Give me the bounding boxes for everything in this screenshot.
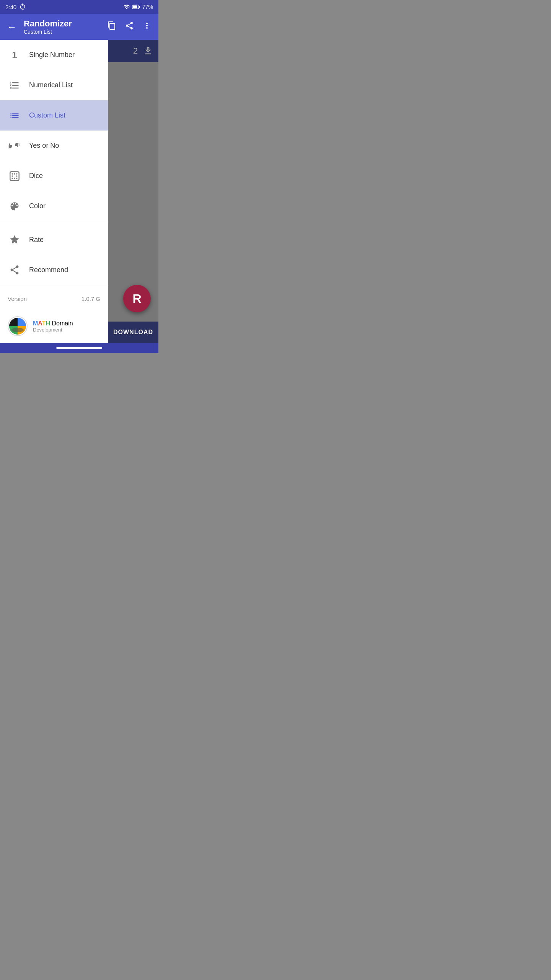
svg-point-8 [16,175,18,177]
domain-text: Domain [50,320,73,327]
content-top-bar: 2 [108,40,158,62]
randomizer-fab[interactable]: R [123,285,151,312]
content-area: 2 R DOWNLOAD [108,40,158,343]
nav-pill [56,347,102,349]
custom-list-icon [8,109,21,122]
dice-label: Dice [29,172,43,180]
letter-h: H [46,320,50,327]
drawer-footer: MATH Domain Development [0,309,108,343]
battery-icon [132,4,140,10]
sync-icon [19,3,26,11]
sidebar-item-dice[interactable]: Dice [0,161,108,191]
footer-text: MATH Domain Development [33,320,73,333]
drawer-divider-1 [0,223,108,223]
back-button[interactable]: ← [4,18,20,36]
signal-icon [123,3,130,10]
sidebar-item-rate[interactable]: Rate [0,225,108,255]
svg-point-7 [11,175,13,177]
sidebar-item-yes-or-no[interactable]: Yes or No [0,131,108,161]
main-container: 1 Single Number Numerical List Custom Li… [0,40,158,343]
more-options-button[interactable] [139,18,155,36]
svg-point-10 [14,178,15,179]
footer-subtitle: Development [33,327,73,333]
app-bar-titles: Randomizer Custom List [24,19,100,35]
app-subtitle: Custom List [24,29,100,35]
numerical-list-icon [8,78,21,92]
numerical-list-label: Numerical List [29,81,73,89]
sidebar-item-single-number[interactable]: 1 Single Number [0,40,108,70]
yes-or-no-label: Yes or No [29,142,59,150]
battery-percent: 77% [142,4,153,10]
rate-label: Rate [29,236,44,244]
color-icon [8,199,21,213]
svg-rect-1 [133,5,137,8]
app-bar-actions [104,18,155,36]
version-label: Version [8,296,27,302]
svg-rect-3 [10,172,19,180]
download-bar: DOWNLOAD [108,322,158,343]
yes-no-icon [8,139,21,153]
status-bar: 2:40 77% [0,0,158,14]
recommend-label: Recommend [29,266,68,274]
svg-point-11 [16,178,18,179]
navigation-drawer: 1 Single Number Numerical List Custom Li… [0,40,108,343]
status-right: 77% [123,3,153,10]
footer-company-name: MATH Domain [33,320,73,327]
single-number-label: Single Number [29,51,75,59]
svg-point-9 [11,178,13,179]
svg-point-4 [11,173,13,175]
recommend-icon [8,263,21,277]
time-display: 2:40 [5,4,16,10]
custom-list-label: Custom List [29,111,65,119]
letter-a: A [38,320,42,327]
footer-logo [8,316,28,336]
nav-indicator [0,343,158,353]
rate-icon [8,233,21,247]
sidebar-item-numerical-list[interactable]: Numerical List [0,70,108,100]
copy-button[interactable] [104,18,119,36]
download-top-icon [143,46,153,56]
svg-point-13 [11,328,24,332]
sidebar-item-color[interactable]: Color [0,191,108,221]
single-number-icon: 1 [8,48,21,62]
sidebar-item-custom-list[interactable]: Custom List [0,100,108,131]
svg-rect-2 [139,6,140,8]
content-number: 2 [133,46,138,56]
svg-point-6 [16,173,18,175]
dice-icon [8,169,21,183]
letter-m: M [33,320,38,327]
app-bar: ← Randomizer Custom List [0,14,158,40]
version-row: Version 1.0.7 G [0,289,108,309]
drawer-divider-2 [0,287,108,287]
app-title: Randomizer [24,19,100,29]
download-button[interactable]: DOWNLOAD [113,329,153,336]
sidebar-item-recommend[interactable]: Recommend [0,255,108,285]
content-main [108,62,158,322]
svg-point-5 [14,173,15,175]
color-label: Color [29,202,46,210]
share-button[interactable] [122,18,137,36]
version-value: 1.0.7 G [82,296,100,302]
